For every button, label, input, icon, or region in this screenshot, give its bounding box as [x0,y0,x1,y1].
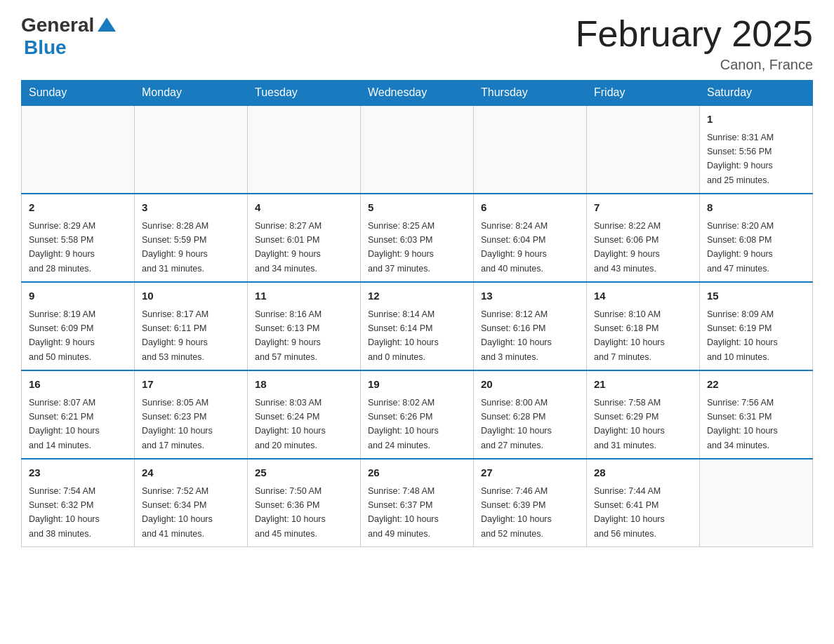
day-info: Sunrise: 7:56 AM Sunset: 6:31 PM Dayligh… [707,398,778,450]
calendar-cell [22,105,135,194]
day-number: 27 [481,465,579,481]
day-info: Sunrise: 8:28 AM Sunset: 5:59 PM Dayligh… [142,221,208,274]
day-info: Sunrise: 7:52 AM Sunset: 6:34 PM Dayligh… [142,486,213,539]
day-info: Sunrise: 8:31 AM Sunset: 5:56 PM Dayligh… [707,133,774,185]
calendar-cell: 22Sunrise: 7:56 AM Sunset: 6:31 PM Dayli… [700,370,813,459]
calendar-cell: 1Sunrise: 8:31 AM Sunset: 5:56 PM Daylig… [700,105,813,194]
day-info: Sunrise: 7:44 AM Sunset: 6:41 PM Dayligh… [594,486,665,539]
day-number: 11 [255,288,353,304]
day-number: 5 [368,200,466,216]
calendar-cell: 17Sunrise: 8:05 AM Sunset: 6:23 PM Dayli… [135,370,248,459]
day-number: 1 [707,112,805,128]
day-number: 12 [368,288,466,304]
calendar-cell [135,105,248,194]
calendar-cell: 21Sunrise: 7:58 AM Sunset: 6:29 PM Dayli… [587,370,700,459]
day-number: 10 [142,288,240,304]
calendar: SundayMondayTuesdayWednesdayThursdayFrid… [21,80,813,547]
calendar-cell: 7Sunrise: 8:22 AM Sunset: 6:06 PM Daylig… [587,194,700,282]
logo-row2: Blue [21,36,116,59]
weekday-header-monday: Monday [135,81,248,106]
logo-triangle-icon [98,18,116,32]
logo-blue-text: Blue [24,36,67,58]
day-number: 22 [707,377,805,393]
calendar-cell: 14Sunrise: 8:10 AM Sunset: 6:18 PM Dayli… [587,282,700,370]
day-number: 4 [255,200,353,216]
day-number: 8 [707,200,805,216]
day-number: 18 [255,377,353,393]
week-row-3: 9Sunrise: 8:19 AM Sunset: 6:09 PM Daylig… [22,282,813,370]
weekday-row: SundayMondayTuesdayWednesdayThursdayFrid… [22,81,813,106]
day-info: Sunrise: 7:58 AM Sunset: 6:29 PM Dayligh… [594,398,665,450]
calendar-cell: 19Sunrise: 8:02 AM Sunset: 6:26 PM Dayli… [361,370,474,459]
day-number: 19 [368,377,466,393]
week-row-1: 1Sunrise: 8:31 AM Sunset: 5:56 PM Daylig… [22,105,813,194]
day-info: Sunrise: 8:25 AM Sunset: 6:03 PM Dayligh… [368,221,435,274]
day-info: Sunrise: 8:03 AM Sunset: 6:24 PM Dayligh… [255,398,326,450]
day-number: 21 [594,377,692,393]
calendar-cell: 11Sunrise: 8:16 AM Sunset: 6:13 PM Dayli… [248,282,361,370]
calendar-cell [587,105,700,194]
calendar-header: SundayMondayTuesdayWednesdayThursdayFrid… [22,81,813,106]
week-row-5: 23Sunrise: 7:54 AM Sunset: 6:32 PM Dayli… [22,459,813,547]
day-info: Sunrise: 8:29 AM Sunset: 5:58 PM Dayligh… [29,221,95,274]
day-info: Sunrise: 8:07 AM Sunset: 6:21 PM Dayligh… [29,398,100,450]
day-number: 3 [142,200,240,216]
calendar-cell [700,459,813,547]
week-row-2: 2Sunrise: 8:29 AM Sunset: 5:58 PM Daylig… [22,194,813,282]
day-info: Sunrise: 8:17 AM Sunset: 6:11 PM Dayligh… [142,309,208,362]
month-title: February 2025 [576,14,813,54]
calendar-cell: 5Sunrise: 8:25 AM Sunset: 6:03 PM Daylig… [361,194,474,282]
calendar-cell: 27Sunrise: 7:46 AM Sunset: 6:39 PM Dayli… [474,459,587,547]
calendar-cell: 10Sunrise: 8:17 AM Sunset: 6:11 PM Dayli… [135,282,248,370]
day-info: Sunrise: 8:27 AM Sunset: 6:01 PM Dayligh… [255,221,322,274]
calendar-cell: 28Sunrise: 7:44 AM Sunset: 6:41 PM Dayli… [587,459,700,547]
day-number: 6 [481,200,579,216]
calendar-cell: 6Sunrise: 8:24 AM Sunset: 6:04 PM Daylig… [474,194,587,282]
day-info: Sunrise: 8:20 AM Sunset: 6:08 PM Dayligh… [707,221,774,274]
day-number: 28 [594,465,692,481]
day-info: Sunrise: 7:54 AM Sunset: 6:32 PM Dayligh… [29,486,100,539]
calendar-cell: 26Sunrise: 7:48 AM Sunset: 6:37 PM Dayli… [361,459,474,547]
calendar-cell [361,105,474,194]
day-number: 17 [142,377,240,393]
page-header: General Blue February 2025 Canon, France [21,14,813,73]
weekday-header-tuesday: Tuesday [248,81,361,106]
logo: General Blue [21,14,116,59]
logo-row1: General [21,14,116,36]
day-info: Sunrise: 8:14 AM Sunset: 6:14 PM Dayligh… [368,309,439,362]
week-row-4: 16Sunrise: 8:07 AM Sunset: 6:21 PM Dayli… [22,370,813,459]
day-number: 20 [481,377,579,393]
day-info: Sunrise: 8:24 AM Sunset: 6:04 PM Dayligh… [481,221,548,274]
weekday-header-thursday: Thursday [474,81,587,106]
calendar-cell: 18Sunrise: 8:03 AM Sunset: 6:24 PM Dayli… [248,370,361,459]
calendar-cell [248,105,361,194]
day-info: Sunrise: 7:50 AM Sunset: 6:36 PM Dayligh… [255,486,326,539]
day-number: 24 [142,465,240,481]
calendar-cell: 13Sunrise: 8:12 AM Sunset: 6:16 PM Dayli… [474,282,587,370]
day-number: 25 [255,465,353,481]
calendar-cell: 9Sunrise: 8:19 AM Sunset: 6:09 PM Daylig… [22,282,135,370]
weekday-header-sunday: Sunday [22,81,135,106]
day-info: Sunrise: 8:22 AM Sunset: 6:06 PM Dayligh… [594,221,661,274]
calendar-cell: 3Sunrise: 8:28 AM Sunset: 5:59 PM Daylig… [135,194,248,282]
day-info: Sunrise: 7:46 AM Sunset: 6:39 PM Dayligh… [481,486,552,539]
weekday-header-saturday: Saturday [700,81,813,106]
day-info: Sunrise: 8:02 AM Sunset: 6:26 PM Dayligh… [368,398,439,450]
calendar-cell: 2Sunrise: 8:29 AM Sunset: 5:58 PM Daylig… [22,194,135,282]
logo-general-text: General [21,14,94,36]
calendar-cell: 25Sunrise: 7:50 AM Sunset: 6:36 PM Dayli… [248,459,361,547]
calendar-cell [474,105,587,194]
day-number: 16 [29,377,127,393]
day-info: Sunrise: 8:00 AM Sunset: 6:28 PM Dayligh… [481,398,552,450]
day-info: Sunrise: 8:19 AM Sunset: 6:09 PM Dayligh… [29,309,95,362]
day-number: 26 [368,465,466,481]
day-info: Sunrise: 8:10 AM Sunset: 6:18 PM Dayligh… [594,309,665,362]
day-info: Sunrise: 8:16 AM Sunset: 6:13 PM Dayligh… [255,309,322,362]
calendar-cell: 8Sunrise: 8:20 AM Sunset: 6:08 PM Daylig… [700,194,813,282]
day-number: 7 [594,200,692,216]
day-number: 2 [29,200,127,216]
location: Canon, France [576,57,813,73]
calendar-cell: 12Sunrise: 8:14 AM Sunset: 6:14 PM Dayli… [361,282,474,370]
day-number: 15 [707,288,805,304]
calendar-cell: 24Sunrise: 7:52 AM Sunset: 6:34 PM Dayli… [135,459,248,547]
